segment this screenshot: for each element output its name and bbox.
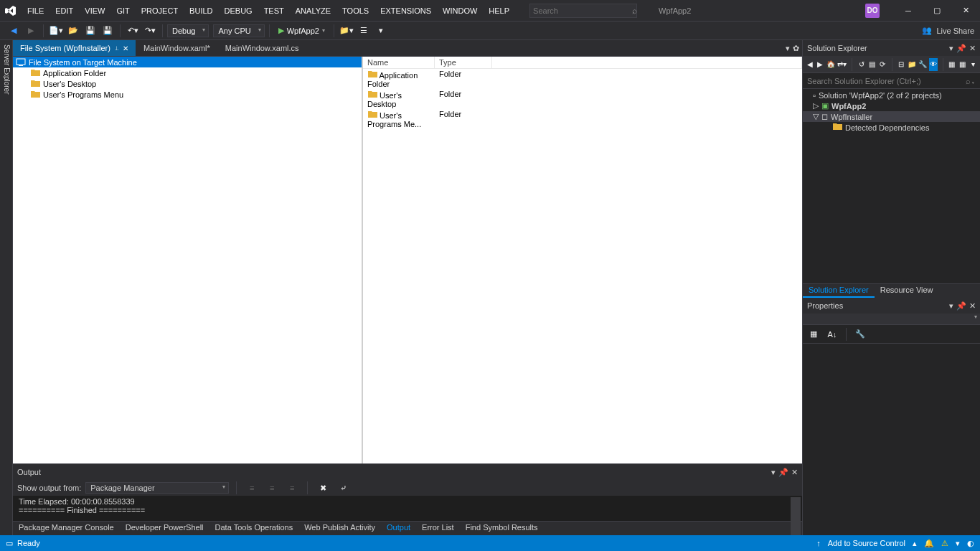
toolbar-icon-1[interactable]: 📁▾ — [339, 23, 354, 39]
se-filter-icon[interactable]: ▤ — [867, 58, 876, 71]
se-icon[interactable]: ▦ — [958, 58, 967, 71]
nav-forward-icon[interactable]: ▶ — [23, 23, 39, 39]
close-icon[interactable]: ✕ — [969, 44, 976, 53]
se-collapse-icon[interactable]: ⊟ — [897, 58, 905, 71]
out-tab-powershell[interactable]: Developer PowerShell — [120, 522, 209, 535]
open-icon[interactable]: 📂 — [65, 23, 81, 39]
pin-icon[interactable]: 📌 — [956, 44, 966, 53]
project-wpfapp2[interactable]: ▷ ▣ WpfApp2 — [803, 100, 980, 111]
scrollbar[interactable] — [791, 497, 801, 535]
dropdown-icon[interactable]: ▾ — [949, 44, 953, 53]
search-input[interactable] — [533, 6, 632, 15]
tab-solution-explorer[interactable]: Solution Explorer — [803, 284, 875, 298]
menu-help[interactable]: HELP — [483, 0, 515, 22]
output-clear-icon[interactable]: ✖ — [315, 480, 331, 496]
user-badge[interactable]: DO — [865, 4, 880, 18]
alphabetical-icon[interactable]: A↓ — [824, 326, 840, 342]
se-switch-icon[interactable]: ⇄▾ — [837, 58, 847, 71]
menu-git[interactable]: GIT — [110, 0, 135, 22]
solution-search[interactable]: Search Solution Explorer (Ctrl+;) ⌕▾ — [803, 73, 980, 89]
col-header-name[interactable]: Name — [363, 57, 435, 68]
out-tab-datatools[interactable]: Data Tools Operations — [209, 522, 299, 535]
fs-tree-item[interactable]: User's Programs Menu — [13, 89, 362, 100]
out-tab-webpublish[interactable]: Web Publish Activity — [298, 522, 381, 535]
fs-tree-root[interactable]: File System on Target Machine — [13, 57, 362, 67]
menu-edit[interactable]: EDIT — [50, 0, 79, 22]
categorized-icon[interactable]: ▦ — [806, 326, 821, 342]
menu-extensions[interactable]: EXTENSIONS — [374, 0, 437, 22]
project-wpfinstaller[interactable]: ▽ ◻ WpfInstaller — [803, 111, 980, 122]
se-icon[interactable]: ▦ — [948, 58, 956, 71]
se-icon[interactable]: ▾ — [969, 58, 977, 71]
toolbar-icon-3[interactable]: ▾ — [373, 23, 389, 39]
fs-tree-item[interactable]: User's Desktop — [13, 78, 362, 89]
undo-icon[interactable]: ↶▾ — [125, 23, 141, 39]
se-props-icon[interactable]: 🔧 — [918, 58, 927, 71]
menu-view[interactable]: VIEW — [79, 0, 110, 22]
output-source-selector[interactable]: Package Manager — [85, 482, 229, 494]
status-icon[interactable]: ⚠ — [941, 539, 948, 548]
live-share-button[interactable]: Live Share — [936, 27, 974, 35]
dropdown-icon[interactable]: ▾ — [771, 468, 776, 477]
menu-debug[interactable]: DEBUG — [219, 0, 258, 22]
detected-dependencies[interactable]: Detected Dependencies — [803, 122, 980, 133]
nav-back-icon[interactable]: ◀ — [6, 23, 22, 39]
output-tb-icon[interactable]: ≡ — [264, 480, 280, 496]
new-item-icon[interactable]: 📄▾ — [48, 23, 64, 39]
menu-build[interactable]: BUILD — [184, 0, 218, 22]
expand-icon[interactable]: ▷ — [813, 101, 819, 110]
add-source-control[interactable]: Add to Source Control — [828, 539, 905, 547]
tab-mainwindow-cs[interactable]: MainWindow.xaml.cs — [218, 40, 307, 56]
search-box[interactable]: ⌕ — [529, 4, 637, 18]
out-tab-errorlist[interactable]: Error List — [416, 522, 460, 535]
menu-file[interactable]: FILE — [22, 0, 50, 22]
pin-icon[interactable]: 📌 — [956, 301, 966, 311]
tab-resource-view[interactable]: Resource View — [875, 284, 939, 298]
server-explorer-rail[interactable]: Server Explorer — [0, 40, 13, 535]
list-row[interactable]: Application Folder Folder — [363, 69, 802, 89]
minimize-button[interactable]: ─ — [894, 0, 923, 22]
menu-analyze[interactable]: ANALYZE — [290, 0, 336, 22]
close-icon[interactable]: ✕ — [969, 301, 976, 311]
se-home-icon[interactable]: 🏠 — [826, 58, 835, 71]
se-refresh-icon[interactable]: ⟳ — [878, 58, 887, 71]
save-icon[interactable]: 💾 — [83, 23, 98, 39]
se-showall-icon[interactable]: 📁 — [908, 58, 916, 71]
menu-tools[interactable]: TOOLS — [336, 0, 374, 22]
close-icon[interactable]: ✕ — [791, 468, 798, 477]
list-row[interactable]: User's Programs Me... Folder — [363, 109, 802, 129]
toolbar-icon-2[interactable]: ☰ — [356, 23, 372, 39]
props-icon[interactable]: 🔧 — [852, 326, 868, 342]
fs-tree-item[interactable]: Application Folder — [13, 67, 362, 78]
output-text[interactable]: Time Elapsed: 00:00:00.8558339 =========… — [13, 496, 802, 521]
status-icon[interactable]: ▾ — [956, 539, 960, 548]
list-row[interactable]: User's Desktop Folder — [363, 89, 802, 109]
output-tb-icon[interactable]: ≡ — [244, 480, 260, 496]
se-fwd-icon[interactable]: ▶ — [816, 58, 825, 71]
out-tab-findsymbol[interactable]: Find Symbol Results — [460, 522, 544, 535]
config-selector[interactable]: Debug — [167, 24, 209, 37]
out-tab-pmc[interactable]: Package Manager Console — [13, 522, 120, 535]
status-icon[interactable]: ◐ — [967, 539, 974, 548]
menu-window[interactable]: WINDOW — [437, 0, 483, 22]
se-sync-icon[interactable]: ↺ — [857, 58, 866, 71]
output-tb-icon[interactable]: ≡ — [284, 480, 300, 496]
expand-icon[interactable]: ▽ — [813, 112, 819, 121]
tab-file-system[interactable]: File System (WpfInstaller) ⟂ ✕ — [13, 40, 136, 56]
maximize-button[interactable]: ▢ — [923, 0, 951, 22]
output-wrap-icon[interactable]: ⤶ — [335, 480, 351, 496]
tab-overflow-icon[interactable]: ▾ — [786, 44, 790, 53]
se-back-icon[interactable]: ◀ — [806, 58, 814, 71]
close-button[interactable]: ✕ — [951, 0, 980, 22]
dropdown-icon[interactable]: ▾ — [949, 301, 953, 311]
out-tab-output[interactable]: Output — [381, 522, 416, 535]
solution-root[interactable]: ▫ Solution 'WpfApp2' (2 of 2 projects) — [803, 90, 980, 100]
close-tab-icon[interactable]: ✕ — [123, 44, 128, 52]
se-preview-icon[interactable]: 👁 — [929, 58, 938, 71]
chevron-up-icon[interactable]: ▴ — [913, 539, 917, 548]
redo-icon[interactable]: ↷▾ — [142, 23, 158, 39]
notification-icon[interactable]: 🔔 — [924, 539, 934, 548]
start-debug-button[interactable]: ▶ WpfApp2 ▾ — [274, 26, 329, 35]
platform-selector[interactable]: Any CPU — [213, 24, 264, 37]
save-all-icon[interactable]: 💾 — [100, 23, 116, 39]
